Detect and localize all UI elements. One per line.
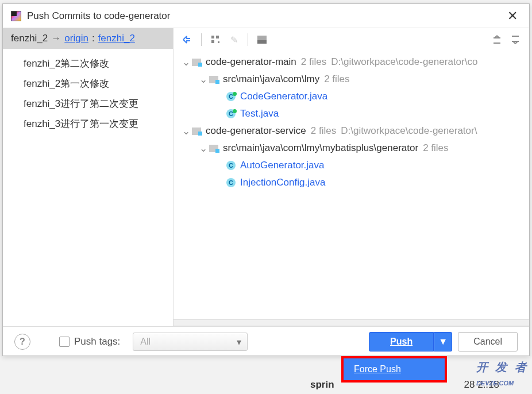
commit-item[interactable]: fenzhi_3进行了第二次变更: [3, 94, 173, 114]
module-name: code-generator-main: [206, 56, 296, 68]
local-branch: fenzhi_2: [11, 33, 48, 44]
button-bar: ? Push tags: All Push ▼ Cancel: [3, 327, 529, 357]
file-name: Test.java: [240, 108, 279, 119]
java-file-icon: C: [226, 161, 236, 170]
separator: [201, 33, 202, 46]
module-icon: [192, 59, 201, 66]
package-row[interactable]: ⌄ src\main\java\com\lmy\mybatisplus\gene…: [174, 140, 529, 157]
checkbox-icon[interactable]: [59, 337, 70, 347]
edit-icon[interactable]: ✎: [226, 32, 242, 48]
remote-link[interactable]: origin: [64, 33, 88, 44]
arrow-icon: →: [51, 33, 61, 44]
file-count: 2 files: [423, 142, 448, 154]
separator: [248, 33, 248, 46]
chevron-down-icon[interactable]: ⌄: [180, 125, 192, 137]
close-icon[interactable]: ✕: [504, 10, 521, 22]
help-icon[interactable]: ?: [14, 334, 30, 350]
svg-rect-5: [257, 40, 267, 44]
java-file-icon: C: [226, 109, 236, 118]
chevron-down-icon[interactable]: ⌄: [180, 56, 192, 68]
commit-item[interactable]: fenzhi_2第一次修改: [3, 74, 173, 94]
colon: :: [92, 33, 95, 44]
push-dialog: Push Commits to code-generator ✕ fenzhi_…: [2, 3, 530, 356]
remote-branch-link[interactable]: fenzhi_2: [98, 33, 135, 44]
module-icon: [192, 128, 201, 135]
java-file-icon: C: [226, 92, 236, 101]
svg-rect-0: [211, 36, 214, 38]
file-count: 2 files: [324, 74, 349, 85]
splitter[interactable]: [174, 319, 529, 326]
module-name: code-generator-service: [206, 125, 306, 137]
collapse-icon[interactable]: [179, 32, 195, 48]
file-tree: ⌄ code-generator-main 2 files D:\gitwork…: [174, 51, 529, 319]
module-row[interactable]: ⌄ code-generator-main 2 files D:\gitwork…: [174, 53, 529, 71]
module-row[interactable]: ⌄ code-generator-service 2 files D:\gitw…: [174, 122, 529, 140]
cancel-button[interactable]: Cancel: [458, 332, 518, 351]
chevron-down-icon[interactable]: ⌄: [198, 142, 209, 154]
expand-all-icon[interactable]: [489, 32, 505, 48]
file-count: 2 files: [311, 125, 336, 137]
package-name: src\main\java\com\lmy: [223, 74, 319, 85]
collapse-all-icon[interactable]: [507, 32, 523, 48]
chevron-down-icon[interactable]: ⌄: [198, 74, 209, 86]
svg-rect-2: [211, 40, 214, 43]
svg-rect-1: [216, 36, 219, 38]
file-row[interactable]: C AutoGenerator.java: [174, 157, 529, 174]
module-path: D:\gitworkpace\code-generator\: [341, 125, 477, 137]
push-dropdown-menu: Force Push: [341, 356, 447, 383]
folder-icon: [209, 145, 218, 152]
commit-item[interactable]: fenzhi_2第二次修改: [3, 53, 173, 74]
folder-icon: [209, 76, 218, 83]
push-tags-label: Push tags:: [74, 336, 120, 347]
package-row[interactable]: ⌄ src\main\java\com\lmy 2 files: [174, 71, 529, 88]
force-push-item[interactable]: Force Push: [344, 358, 445, 380]
file-name: AutoGenerator.java: [240, 160, 324, 171]
preview-icon[interactable]: [254, 32, 270, 48]
app-icon: [11, 11, 21, 21]
tags-value: All: [140, 337, 151, 347]
push-tags-checkbox[interactable]: Push tags:: [59, 336, 120, 347]
brand-watermark: 开 发 者 DEVZE.COM: [476, 360, 529, 388]
file-row[interactable]: C CodeGenerator.java: [174, 88, 529, 105]
module-path: D:\gitworkpace\code-generator\co: [331, 56, 477, 68]
branch-indicator[interactable]: fenzhi_2 → origin : fenzhi_2: [3, 28, 173, 49]
file-row[interactable]: C Test.java: [174, 105, 529, 122]
push-button-group: Push ▼: [369, 332, 452, 351]
push-button[interactable]: Push: [369, 332, 434, 351]
package-name: src\main\java\com\lmy\mybatisplus\genera…: [223, 142, 418, 154]
commit-item[interactable]: fenzhi_3进行了第一次变更: [3, 114, 173, 134]
tags-select[interactable]: All: [133, 333, 248, 351]
push-dropdown-icon[interactable]: ▼: [434, 332, 452, 351]
file-name: InjectionConfig.java: [240, 177, 325, 188]
file-name: CodeGenerator.java: [240, 91, 327, 102]
dialog-title: Push Commits to code-generator: [27, 10, 504, 22]
main-content: fenzhi_2 → origin : fenzhi_2 fenzhi_2第二次…: [3, 28, 529, 327]
files-pane: ✎ ⌄ code-generator-main 2 file: [173, 28, 529, 326]
file-row[interactable]: C InjectionConfig.java: [174, 174, 529, 191]
grid-icon[interactable]: [207, 32, 223, 48]
java-file-icon: C: [226, 178, 236, 187]
commits-pane: fenzhi_2 → origin : fenzhi_2 fenzhi_2第二次…: [3, 28, 173, 326]
title-bar: Push Commits to code-generator ✕: [3, 4, 529, 28]
file-count: 2 files: [301, 56, 326, 68]
svg-rect-3: [218, 41, 219, 43]
commits-list: fenzhi_2第二次修改 fenzhi_2第一次修改 fenzhi_3进行了第…: [3, 49, 173, 138]
files-toolbar: ✎: [174, 28, 529, 51]
